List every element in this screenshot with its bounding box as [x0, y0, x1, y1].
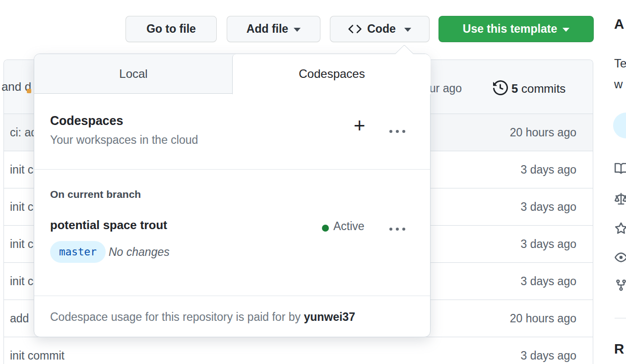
- row-commit-time[interactable]: 3 days ago: [520, 349, 576, 363]
- code-label: Code: [367, 22, 396, 36]
- tab-local[interactable]: Local: [34, 54, 233, 94]
- repo-description-line2: w: [614, 77, 623, 91]
- row-commit-time[interactable]: 3 days ago: [520, 275, 576, 288]
- row-commit-message[interactable]: init commit: [10, 349, 64, 363]
- active-status-dot: [322, 225, 329, 232]
- go-to-file-button[interactable]: Go to file: [125, 16, 217, 42]
- row-commit-message[interactable]: ci: ad: [10, 126, 37, 139]
- chevron-down-icon: [294, 28, 301, 32]
- codespace-name[interactable]: potential space trout: [50, 218, 167, 232]
- row-commit-message[interactable]: init c: [10, 163, 33, 177]
- codespaces-kebab-menu[interactable]: [389, 130, 405, 133]
- code-dropdown-panel: Local Codespaces Codespaces Your workspa…: [34, 54, 431, 337]
- table-row[interactable]: init commit 3 days ago: [4, 337, 593, 364]
- tab-codespaces[interactable]: Codespaces: [233, 54, 431, 94]
- row-commit-time[interactable]: 3 days ago: [520, 163, 576, 177]
- add-file-label: Add file: [247, 22, 288, 36]
- releases-heading: R: [614, 341, 624, 357]
- commit-emoji-fragment: [27, 89, 31, 93]
- sidebar-divider: [615, 318, 626, 318]
- branch-badge: master: [50, 241, 106, 263]
- codespace-kebab-menu[interactable]: [389, 228, 405, 231]
- row-commit-message[interactable]: init c: [10, 238, 33, 251]
- code-icon: [348, 22, 362, 36]
- row-commit-time[interactable]: 20 hours ago: [510, 312, 576, 325]
- row-commit-time[interactable]: 3 days ago: [520, 200, 576, 214]
- commits-count-link[interactable]: 5 commits: [511, 82, 565, 96]
- dropdown-tabs: Local Codespaces: [34, 54, 430, 94]
- codespaces-subtitle: Your workspaces in the cloud: [50, 133, 198, 147]
- new-codespace-button[interactable]: +: [354, 116, 365, 135]
- about-heading: A: [614, 16, 624, 32]
- topic-badge[interactable]: [613, 113, 626, 138]
- active-status-label: Active: [333, 220, 365, 233]
- commits-label: commits: [518, 82, 565, 95]
- repo-description-line1: Te: [614, 57, 626, 70]
- code-button[interactable]: Code: [330, 16, 430, 42]
- use-this-template-label: Use this template: [463, 22, 557, 36]
- law-icon[interactable]: [615, 193, 626, 206]
- eye-icon[interactable]: [615, 251, 626, 264]
- on-current-branch-label: On current branch: [50, 188, 141, 200]
- commits-number: 5: [511, 82, 518, 95]
- changes-status: No changes: [109, 245, 170, 259]
- row-commit-message[interactable]: init c: [10, 200, 33, 214]
- add-file-button[interactable]: Add file: [227, 16, 320, 42]
- chevron-down-icon: [563, 28, 569, 32]
- use-this-template-button[interactable]: Use this template: [438, 16, 594, 42]
- history-icon: [493, 80, 508, 95]
- usage-footer-text: Codespace usage for this repository is p…: [50, 310, 304, 323]
- go-to-file-label: Go to file: [146, 22, 196, 36]
- chevron-down-icon: [404, 28, 411, 32]
- usage-footer: Codespace usage for this repository is p…: [50, 310, 355, 324]
- row-commit-time[interactable]: 3 days ago: [520, 238, 576, 251]
- row-commit-message[interactable]: add: [10, 312, 29, 325]
- codespaces-title: Codespaces: [50, 114, 123, 128]
- section-divider: [34, 169, 430, 170]
- fork-icon[interactable]: [615, 279, 626, 292]
- book-icon[interactable]: [615, 162, 626, 175]
- row-commit-time[interactable]: 20 hours ago: [510, 126, 576, 139]
- row-commit-message[interactable]: init c: [10, 275, 33, 288]
- star-icon[interactable]: [615, 222, 626, 235]
- section-divider: [34, 296, 430, 296]
- usage-footer-owner: yunwei37: [304, 310, 355, 323]
